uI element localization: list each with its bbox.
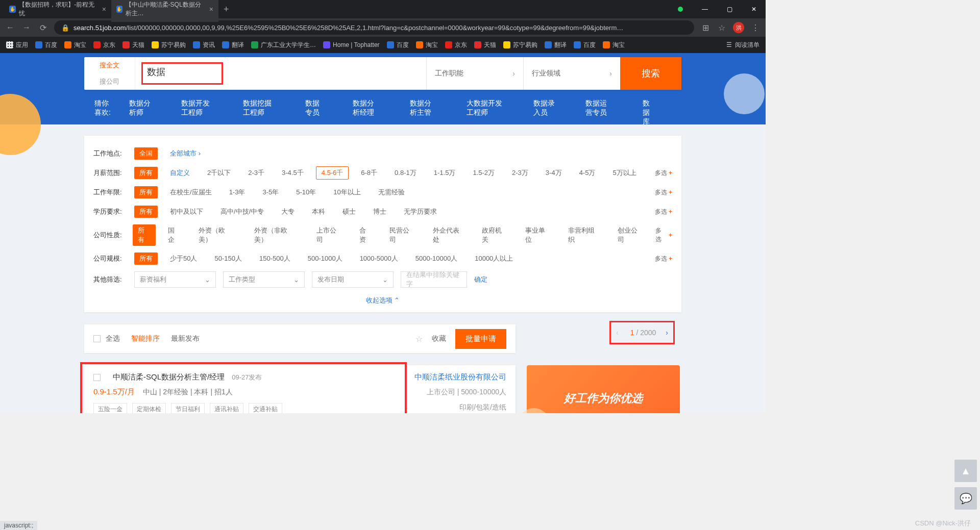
suggestion-link[interactable]: 数据开发工程师 xyxy=(181,99,214,127)
benefits-select[interactable]: 薪资福利⌄ xyxy=(134,271,216,288)
sort-smart[interactable]: 智能排序 xyxy=(131,334,160,343)
filter-option[interactable]: 少于50人 xyxy=(165,253,202,265)
filter-option[interactable]: 3-5年 xyxy=(257,186,284,198)
filter-option[interactable]: 2-3千 xyxy=(243,167,270,179)
job-title[interactable]: 中顺洁柔-SQL数据分析主管/经理 xyxy=(113,372,225,382)
bookmark-item[interactable]: 京东 xyxy=(93,41,115,49)
filter-option[interactable]: 3-4万 xyxy=(541,167,567,179)
filter-option[interactable]: 外资（欧美） xyxy=(193,224,242,246)
filter-option[interactable]: 50-150人 xyxy=(209,253,247,265)
filter-option[interactable]: 合资 xyxy=(354,224,377,246)
translate-icon[interactable]: ⊞ xyxy=(700,23,710,33)
filter-option[interactable]: 硕士 xyxy=(337,206,361,218)
suggestion-link[interactable]: 数据运营专员 xyxy=(585,99,614,127)
filter-option[interactable]: 5万以上 xyxy=(607,167,641,179)
star-icon[interactable]: ☆ xyxy=(717,23,727,33)
filter-option[interactable]: 政府机关 xyxy=(477,224,512,246)
filter-option[interactable]: 本科 xyxy=(307,206,330,218)
bookmark-item[interactable]: 淘宝 xyxy=(603,41,625,49)
multi-select-button[interactable]: 多选+ xyxy=(655,208,672,216)
address-bar[interactable]: 🔒 search.51job.com /list/000000,000000,0… xyxy=(54,20,694,35)
suggestion-link[interactable]: 大数据开发工程师 xyxy=(467,99,504,127)
filter-option[interactable]: 4.5-6千 xyxy=(316,166,349,180)
filter-option[interactable]: 3-4.5千 xyxy=(277,167,309,179)
favorite-button[interactable]: 收藏 xyxy=(432,334,446,343)
bookmark-item[interactable]: 天猫 xyxy=(122,41,144,49)
filter-option[interactable]: 6-8千 xyxy=(356,167,382,179)
close-icon[interactable]: × xyxy=(102,5,106,13)
exclude-input[interactable]: 在结果中排除关键字 xyxy=(401,271,467,288)
filter-option[interactable]: 大专 xyxy=(276,206,300,218)
search-button[interactable]: 搜索 xyxy=(620,57,681,90)
search-input[interactable]: 数据 xyxy=(141,62,223,85)
filter-option[interactable]: 无需经验 xyxy=(373,186,410,198)
filter-option[interactable]: 150-500人 xyxy=(254,253,296,265)
batch-apply-button[interactable]: 批量申请 xyxy=(455,329,506,349)
filter-option[interactable]: 上市公司 xyxy=(311,224,347,246)
suggestion-link[interactable]: 数据录入员 xyxy=(533,99,557,127)
filter-option[interactable]: 1-3年 xyxy=(224,186,251,198)
suggestion-link[interactable]: 数据挖掘工程师 xyxy=(243,99,276,127)
back-button[interactable]: ← xyxy=(5,23,15,32)
filter-option[interactable]: 高中/中技/中专 xyxy=(215,206,269,218)
search-tab-company[interactable]: 搜公司 xyxy=(84,73,135,90)
salary-custom[interactable]: 自定义 xyxy=(165,167,195,179)
multi-select-button[interactable]: 多选+ xyxy=(655,188,672,197)
apps-button[interactable]: 应用 xyxy=(6,41,28,49)
industry-select[interactable]: 行业领域› xyxy=(523,57,620,90)
bookmark-item[interactable]: 广东工业大学学生… xyxy=(251,41,316,49)
multi-select-button[interactable]: 多选+ xyxy=(655,169,672,178)
bookmark-item[interactable]: 苏宁易购 xyxy=(503,41,537,49)
search-tab-fulltext[interactable]: 搜全文 xyxy=(84,57,135,73)
new-tab-button[interactable]: + xyxy=(218,4,234,15)
loc-city[interactable]: 全部城市 › xyxy=(165,147,206,160)
bookmark-item[interactable]: 百度 xyxy=(387,41,409,49)
filter-option[interactable]: 10年以上 xyxy=(328,186,365,198)
loc-all[interactable]: 全国 xyxy=(134,147,158,160)
suggestion-link[interactable]: 数据分析主管 xyxy=(410,99,438,127)
suggestion-link[interactable]: 数据分析经理 xyxy=(353,99,381,127)
suggestion-link[interactable]: 数据专员 xyxy=(305,99,324,127)
company-link[interactable]: 中顺洁柔纸业股份有限公司 xyxy=(414,372,506,382)
next-page-button[interactable]: › xyxy=(666,329,668,337)
filter-option[interactable]: 无学历要求 xyxy=(399,206,442,218)
bookmark-item[interactable]: 淘宝 xyxy=(64,41,86,49)
filter-option[interactable]: 事业单位 xyxy=(520,224,556,246)
close-icon[interactable]: × xyxy=(209,5,213,13)
filter-option[interactable]: 在校生/应届生 xyxy=(165,186,217,198)
filter-option[interactable]: 0.8-1万 xyxy=(389,167,422,179)
profile-avatar[interactable]: 洪 xyxy=(733,22,744,33)
suggestion-link[interactable]: 数据分析师 xyxy=(129,99,153,127)
filter-option[interactable]: 5-10年 xyxy=(291,186,321,198)
promo-banner[interactable]: 好工作为你优选 xyxy=(527,365,680,413)
suggestion-link[interactable]: 数据库 xyxy=(643,99,657,127)
filter-option[interactable]: 1-1.5万 xyxy=(429,167,461,179)
bookmark-item[interactable]: 天猫 xyxy=(474,41,496,49)
filter-option[interactable]: 500-1000人 xyxy=(303,253,348,265)
filter-option[interactable]: 外资（非欧美） xyxy=(249,224,304,246)
filter-option[interactable]: 创业公司 xyxy=(612,224,648,246)
job-function-select[interactable]: 工作职能› xyxy=(426,57,523,90)
bookmark-item[interactable]: 淘宝 xyxy=(416,41,438,49)
bookmark-item[interactable]: 百度 xyxy=(574,41,596,49)
bookmark-item[interactable]: 苏宁易购 xyxy=(152,41,186,49)
salary-all[interactable]: 所有 xyxy=(134,167,158,179)
job-card[interactable]: 中顺洁柔-SQL数据分析主管/经理 09-27发布 中顺洁柔纸业股份有限公司 0… xyxy=(84,365,516,413)
select-all-checkbox[interactable] xyxy=(93,335,101,342)
filter-option[interactable]: 10000人以上 xyxy=(470,253,518,265)
collapse-filters[interactable]: 收起选项 ⌃ xyxy=(93,291,672,305)
job-checkbox[interactable] xyxy=(93,374,101,381)
filter-option[interactable]: 外企代表处 xyxy=(428,224,470,246)
confirm-button[interactable]: 确定 xyxy=(474,275,487,284)
browser-tab-2[interactable]: ✋ 【中山中顺洁柔-SQL数据分析主… × xyxy=(111,0,218,22)
filter-option[interactable]: 博士 xyxy=(368,206,391,218)
sort-newest[interactable]: 最新发布 xyxy=(171,334,200,343)
filter-option[interactable]: 民营公司 xyxy=(384,224,420,246)
bookmark-item[interactable]: 资讯 xyxy=(193,41,215,49)
menu-icon[interactable]: ⋮ xyxy=(750,23,761,33)
bookmark-item[interactable]: 翻译 xyxy=(222,41,244,49)
minimize-button[interactable]: — xyxy=(693,2,717,17)
multi-select-button[interactable]: 多选+ xyxy=(655,255,672,263)
browser-tab-1[interactable]: ✋ 【数据招聘，求职】-前程无忧 × xyxy=(4,0,111,22)
close-window-button[interactable]: ✕ xyxy=(742,2,766,17)
